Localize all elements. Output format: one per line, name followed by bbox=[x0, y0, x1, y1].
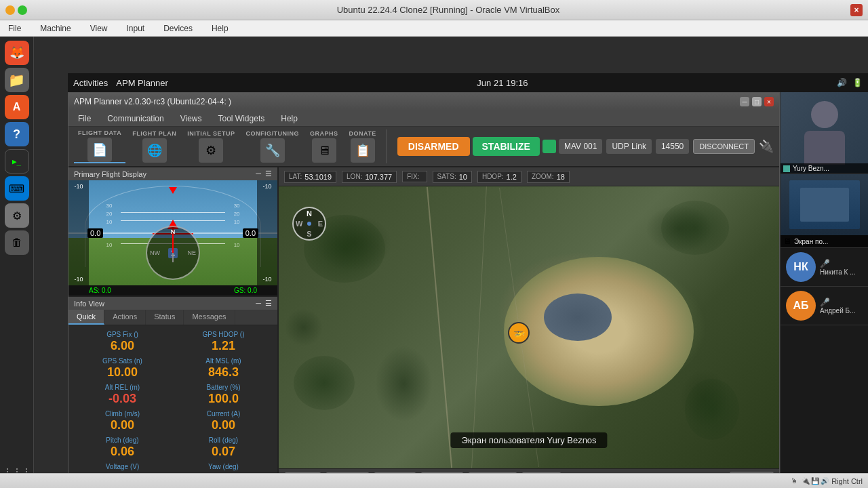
sats-value: 10 bbox=[459, 173, 467, 181]
toolbar-donate[interactable]: DONATE 📋 bbox=[345, 130, 380, 163]
metric-gps-sats-label: GPS Sats (n) bbox=[102, 357, 142, 365]
statusbar-icons: 🖱 🔌 💾 🔊 bbox=[791, 477, 829, 485]
metric-roll-label: Roll (deg) bbox=[209, 436, 238, 444]
metric-roll: Roll (deg) 0.07 bbox=[175, 436, 272, 459]
toolbar-graphs[interactable]: GRAPHS 🖥 bbox=[306, 130, 342, 163]
topbar-datetime: Jun 21 19:16 bbox=[176, 78, 829, 88]
metric-gps-sats: GPS Sats (n) 10.00 bbox=[74, 357, 171, 380]
apm-menu-toolwidgets[interactable]: Tool Widgets bbox=[214, 113, 269, 125]
participant-tile-ab[interactable]: АБ 🎤 Андрей Б... bbox=[781, 287, 868, 325]
topbar-speaker-icon[interactable]: 🔊 bbox=[837, 78, 847, 87]
dock-settings[interactable]: ⚙ bbox=[5, 203, 29, 228]
metric-roll-value: 0.07 bbox=[212, 445, 235, 459]
compass-center-dot bbox=[307, 222, 311, 226]
toolbar-configtuning[interactable]: CONFIG/TUNING 🔧 bbox=[242, 130, 304, 163]
apm-main: Primary Flight Display ─ ☰ bbox=[68, 167, 779, 487]
apm-titlebar: APM Planner v2.0.30-rc3 (Ubuntu22-04-4: … bbox=[68, 93, 779, 110]
dock-terminal[interactable]: ▶_ bbox=[5, 149, 29, 174]
toolbar-flightplan[interactable]: FLIGHT PLAN 🌐 bbox=[128, 130, 180, 163]
metric-battery-label: Battery (%) bbox=[206, 384, 240, 391]
pfd-container: Primary Flight Display ─ ☰ bbox=[68, 167, 277, 297]
apm-close-button[interactable]: × bbox=[764, 97, 774, 106]
person-body bbox=[804, 131, 845, 165]
metric-gps-fix-value: 6.00 bbox=[111, 339, 134, 353]
toolbar-wrench-icon[interactable]: 🔌 bbox=[759, 139, 774, 154]
pfd-compass-needle-back bbox=[172, 253, 174, 262]
lat-label: LAT: bbox=[289, 173, 302, 180]
fix-label: FIX: bbox=[407, 173, 419, 180]
toolbar-initialsetup[interactable]: INITIAL SETUP ⚙ bbox=[183, 130, 239, 163]
pfd-menu-icon[interactable]: ☰ bbox=[265, 169, 272, 178]
lat-value[interactable]: 53.1019 bbox=[304, 173, 332, 181]
metric-alt-rel-label: Alt REL (m) bbox=[105, 384, 140, 391]
dock-help[interactable]: ? bbox=[5, 122, 29, 146]
info-tab-messages[interactable]: Messages bbox=[184, 310, 235, 325]
statusbar-icon-mouse: 🖱 bbox=[791, 477, 797, 485]
lon-coord-box: LON: 107.377 bbox=[342, 171, 397, 183]
metric-alt-rel: Alt REL (m) -0.03 bbox=[74, 384, 171, 406]
apm-menu-communication[interactable]: Communication bbox=[103, 113, 167, 125]
apm-maximize-button[interactable]: □ bbox=[752, 97, 762, 106]
lat-coord-box: LAT: 53.1019 bbox=[284, 171, 336, 183]
vbox-menu-devices[interactable]: Devices bbox=[159, 22, 197, 35]
link-type[interactable]: UDP Link bbox=[606, 139, 651, 154]
apm-minimize-button[interactable]: ─ bbox=[740, 97, 749, 106]
disconnect-button[interactable]: DISCONNECT bbox=[693, 139, 755, 154]
apm-window: APM Planner v2.0.30-rc3 (Ubuntu22-04-4: … bbox=[68, 92, 780, 488]
map-body[interactable]: N S W E 🚁 bbox=[279, 186, 779, 468]
vbox-menu-file[interactable]: File bbox=[4, 22, 25, 35]
activities-button[interactable]: Activities bbox=[73, 78, 108, 88]
overlay-message: Экран пользователя Yury Beznos bbox=[450, 432, 607, 448]
participant-tile-nk[interactable]: НК 🎤 Никита К ... bbox=[781, 248, 868, 287]
video-name-yury: Yury Bezn... bbox=[793, 165, 829, 172]
content-area: APM Planner v2.0.30-rc3 (Ubuntu22-04-4: … bbox=[68, 92, 868, 488]
participant-avatar-nk: НК bbox=[786, 252, 816, 282]
metric-current: Current (A) 0.00 bbox=[175, 410, 272, 432]
metric-gps-fix: GPS Fix () 6.00 bbox=[74, 331, 171, 353]
port-number[interactable]: 14550 bbox=[656, 139, 689, 154]
info-minimize-icon[interactable]: ─ bbox=[256, 299, 261, 308]
metric-pitch-label: Pitch (deg) bbox=[106, 436, 138, 444]
compass-ne-label: NE bbox=[187, 249, 196, 256]
vbox-menu-view[interactable]: View bbox=[86, 22, 112, 35]
map-compass: N S W E bbox=[292, 207, 326, 241]
compass-nw-label: NW bbox=[150, 249, 160, 256]
vbox-close-button[interactable]: × bbox=[850, 4, 863, 16]
toolbar-flightdata[interactable]: FLIGHT DATA 📄 bbox=[74, 129, 125, 163]
topbar-appname[interactable]: APM Planner bbox=[116, 78, 168, 88]
pfd-body: 20 20 10 10 10 10 bbox=[68, 180, 277, 285]
pfd-alt-scale: -10 -10 bbox=[257, 180, 277, 285]
info-tab-status[interactable]: Status bbox=[146, 310, 184, 325]
metric-current-label: Current (A) bbox=[207, 410, 240, 418]
vbox-menu-input[interactable]: Input bbox=[123, 22, 149, 35]
dock-trash[interactable]: 🗑 bbox=[5, 230, 29, 255]
metric-gps-hdop: GPS HDOP () 1.21 bbox=[175, 331, 272, 353]
uav-marker[interactable]: 🚁 bbox=[508, 322, 530, 344]
screen-share-tile[interactable]: 🖥 Экран по... bbox=[781, 174, 868, 248]
metric-pitch: Pitch (deg) 0.06 bbox=[74, 436, 171, 459]
vbox-menu-machine[interactable]: Machine bbox=[36, 22, 75, 35]
dock-vscode[interactable]: ⌨ bbox=[5, 176, 29, 201]
info-tab-quick[interactable]: Quick bbox=[68, 310, 104, 325]
dock-files[interactable]: 📁 bbox=[5, 68, 29, 92]
mav-id[interactable]: MAV 001 bbox=[559, 139, 602, 154]
pfd-compass-rose: N NW NE 1 bbox=[146, 226, 200, 280]
info-tab-actions[interactable]: Actions bbox=[104, 310, 146, 325]
apm-menu-views[interactable]: Views bbox=[176, 113, 206, 125]
apm-menu-file[interactable]: File bbox=[74, 113, 95, 125]
dock-firefox[interactable]: 🦊 bbox=[5, 41, 29, 65]
map-lake bbox=[544, 293, 612, 341]
pfd-minimize-icon[interactable]: ─ bbox=[256, 169, 261, 178]
pfd-bottom-bar: AS: 0.0 GS: 0.0 bbox=[68, 285, 277, 296]
info-menu-icon[interactable]: ☰ bbox=[265, 299, 272, 308]
apm-menu-help[interactable]: Help bbox=[277, 113, 302, 125]
metric-climb: Climb (m/s) 0.00 bbox=[74, 410, 171, 432]
dock-ubuntu-store[interactable]: A bbox=[5, 95, 29, 119]
metric-alt-rel-value: -0.03 bbox=[108, 392, 136, 406]
vbox-menu-help[interactable]: Help bbox=[208, 22, 233, 35]
lon-value[interactable]: 107.377 bbox=[365, 173, 392, 181]
apm-menubar: File Communication Views Tool Widgets He… bbox=[68, 110, 779, 127]
video-tile-yury[interactable]: Yury Bezn... bbox=[781, 92, 868, 174]
metric-yaw-label: Yaw (deg) bbox=[208, 463, 239, 470]
metric-climb-value: 0.00 bbox=[111, 418, 134, 432]
